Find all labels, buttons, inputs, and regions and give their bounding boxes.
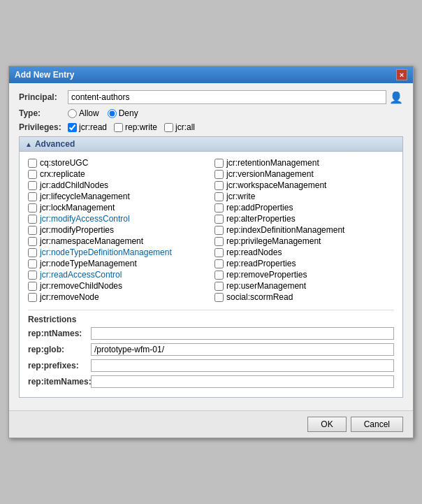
adv-priv-jcr-removeNode[interactable]: jcr:removeNode (28, 291, 208, 303)
priv-jcr-all[interactable]: jcr:all (164, 122, 195, 132)
adv-priv-jcr-workspaceManagement[interactable]: jcr:workspaceManagement (214, 180, 394, 191)
user-icon: 👤 (389, 91, 403, 104)
priv-jcr-read[interactable]: jcr:read (68, 122, 107, 132)
privileges-checkboxes: jcr:read rep:write jcr:all (68, 122, 195, 132)
adv-priv-rep-userManagement[interactable]: rep:userManagement (214, 280, 394, 291)
adv-priv-rep-removeProperties[interactable]: rep:removeProperties (214, 269, 394, 280)
advanced-body: cq:storeUGC crx:replicate jcr:addChildNo… (20, 152, 402, 397)
restriction-glob-label: rep:glob: (28, 345, 91, 354)
principal-row: Principal: 👤 (19, 90, 403, 104)
adv-priv-jcr-readAccessControl[interactable]: jcr:readAccessControl (28, 269, 208, 280)
adv-priv-jcr-modifyProperties[interactable]: jcr:modifyProperties (28, 224, 208, 236)
principal-input[interactable] (68, 90, 386, 104)
restriction-itemNames-input[interactable] (91, 375, 394, 388)
ok-button[interactable]: OK (307, 417, 346, 432)
priv-rep-write-label: rep:write (125, 122, 157, 132)
adv-priv-rep-alterProperties[interactable]: rep:alterProperties (214, 213, 394, 224)
privileges-row: Privileges: jcr:read rep:write jcr:all (19, 122, 403, 132)
adv-priv-jcr-versionManagement[interactable]: jcr:versionManagement (214, 168, 394, 180)
restrictions-label: Restrictions (28, 315, 76, 324)
priv-left-col: cq:storeUGC crx:replicate jcr:addChildNo… (28, 157, 208, 303)
dialog-footer: OK Cancel (9, 410, 413, 438)
type-allow-radio[interactable]: Allow (68, 108, 99, 118)
restrictions-section: Restrictions rep:ntNames: rep:glob: rep:… (28, 310, 394, 388)
dialog-title-bar: Add New Entry × (9, 66, 413, 83)
advanced-label: Advanced (35, 139, 75, 149)
adv-priv-rep-privilegeManagement[interactable]: rep:privilegeManagement (214, 236, 394, 247)
cancel-button[interactable]: Cancel (351, 417, 403, 432)
restriction-glob-input[interactable] (91, 343, 394, 356)
priv-jcr-all-label: jcr:all (175, 122, 195, 132)
restriction-prefixes-row: rep:prefixes: (28, 359, 394, 372)
restriction-ntNames-row: rep:ntNames: (28, 327, 394, 340)
priv-right-col: jcr:retentionManagement jcr:versionManag… (214, 157, 394, 303)
restriction-prefixes-input[interactable] (91, 359, 394, 372)
adv-priv-social-scormRead[interactable]: social:scormRead (214, 291, 394, 303)
restriction-ntNames-input[interactable] (91, 327, 394, 340)
deny-radio-input[interactable] (108, 109, 117, 118)
advanced-section: ▲ Advanced cq:storeUGC crx:replicate jcr… (19, 136, 403, 398)
collapse-icon: ▲ (25, 141, 32, 148)
allow-radio-label: Allow (79, 108, 99, 118)
dialog-title: Add New Entry (15, 70, 74, 80)
add-new-entry-dialog: Add New Entry × Principal: 👤 Type: Allow… (8, 66, 414, 438)
adv-priv-crx-replicate[interactable]: crx:replicate (28, 168, 208, 180)
dialog-body: Principal: 👤 Type: Allow Deny Pr (9, 83, 413, 410)
adv-priv-rep-readNodes[interactable]: rep:readNodes (214, 247, 394, 258)
type-deny-radio[interactable]: Deny (108, 108, 138, 118)
adv-priv-rep-readProperties[interactable]: rep:readProperties (214, 258, 394, 269)
adv-priv-rep-addProperties[interactable]: rep:addProperties (214, 202, 394, 213)
principal-value: 👤 (68, 90, 403, 104)
restriction-itemNames-label: rep:itemNames: (28, 377, 91, 387)
type-radio-group: Allow Deny (68, 108, 138, 118)
priv-jcr-read-label: jcr:read (79, 122, 107, 132)
priv-rep-write[interactable]: rep:write (114, 122, 157, 132)
advanced-header[interactable]: ▲ Advanced (20, 137, 402, 152)
adv-priv-jcr-removeChildNodes[interactable]: jcr:removeChildNodes (28, 280, 208, 291)
priv-jcr-all-input[interactable] (164, 123, 173, 132)
adv-priv-jcr-namespaceManagement[interactable]: jcr:namespaceManagement (28, 236, 208, 247)
restriction-itemNames-row: rep:itemNames: (28, 375, 394, 388)
allow-radio-input[interactable] (68, 109, 77, 118)
adv-priv-jcr-addChildNodes[interactable]: jcr:addChildNodes (28, 180, 208, 191)
adv-priv-jcr-modifyAccessControl[interactable]: jcr:modifyAccessControl (28, 213, 208, 224)
restriction-ntNames-label: rep:ntNames: (28, 329, 91, 338)
principal-label: Principal: (19, 92, 68, 102)
adv-priv-jcr-lockManagement[interactable]: jcr:lockManagement (28, 202, 208, 213)
adv-priv-jcr-nodeTypeDefinitionManagement[interactable]: jcr:nodeTypeDefinitionManagement (28, 247, 208, 258)
type-row: Type: Allow Deny (19, 108, 403, 118)
restrictions-header: Restrictions (28, 315, 394, 324)
adv-priv-jcr-nodeTypeManagement[interactable]: jcr:nodeTypeManagement (28, 258, 208, 269)
priv-rep-write-input[interactable] (114, 123, 123, 132)
priv-jcr-read-input[interactable] (68, 123, 77, 132)
restriction-prefixes-label: rep:prefixes: (28, 361, 91, 370)
advanced-privileges-grid: cq:storeUGC crx:replicate jcr:addChildNo… (28, 157, 394, 303)
restriction-glob-row: rep:glob: (28, 343, 394, 356)
privileges-label: Privileges: (19, 122, 68, 132)
deny-radio-label: Deny (119, 108, 138, 118)
adv-priv-jcr-write[interactable]: jcr:write (214, 191, 394, 202)
adv-priv-rep-indexDefinitionManagement[interactable]: rep:indexDefinitionManagement (214, 224, 394, 236)
adv-priv-jcr-retentionManagement[interactable]: jcr:retentionManagement (214, 157, 394, 168)
close-button[interactable]: × (396, 69, 407, 80)
type-label: Type: (19, 108, 68, 118)
adv-priv-jcr-lifecycleManagement[interactable]: jcr:lifecycleManagement (28, 191, 208, 202)
adv-priv-cq-storeUGC[interactable]: cq:storeUGC (28, 157, 208, 168)
